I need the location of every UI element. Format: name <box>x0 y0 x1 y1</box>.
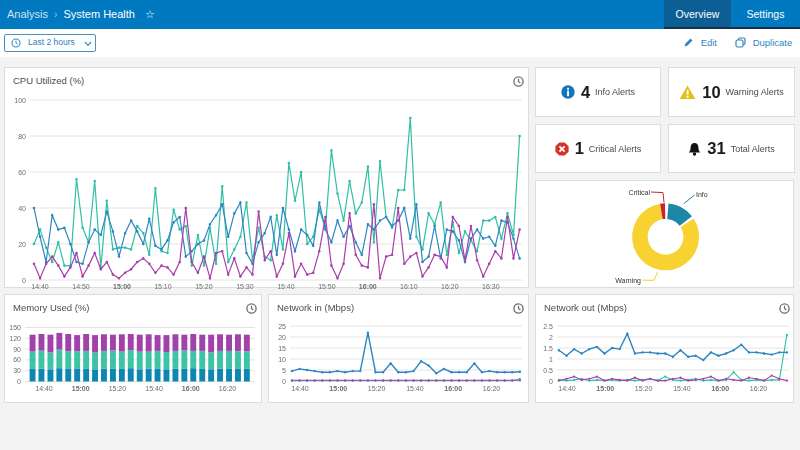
svg-text:15:20: 15:20 <box>109 385 127 392</box>
svg-text:16:20: 16:20 <box>219 385 237 392</box>
svg-text:Critical: Critical <box>629 189 651 196</box>
svg-text:16:20: 16:20 <box>750 385 768 392</box>
svg-text:0: 0 <box>22 277 26 284</box>
svg-text:20: 20 <box>18 241 26 248</box>
svg-text:16:30: 16:30 <box>482 283 500 289</box>
svg-text:15:40: 15:40 <box>145 385 163 392</box>
svg-text:1: 1 <box>549 356 553 363</box>
svg-text:16:10: 16:10 <box>400 283 418 289</box>
svg-text:0: 0 <box>282 378 286 385</box>
svg-text:15:00: 15:00 <box>329 385 347 392</box>
svg-text:15:00: 15:00 <box>596 385 614 392</box>
svg-text:0.5: 0.5 <box>543 367 553 374</box>
svg-text:15:40: 15:40 <box>673 385 691 392</box>
svg-text:14:40: 14:40 <box>31 283 49 289</box>
svg-text:14:40: 14:40 <box>558 385 576 392</box>
svg-text:15: 15 <box>278 345 286 352</box>
svg-text:15:40: 15:40 <box>277 283 295 289</box>
svg-text:16:00: 16:00 <box>444 385 462 392</box>
svg-text:15:20: 15:20 <box>635 385 653 392</box>
svg-text:2.5: 2.5 <box>543 323 553 330</box>
svg-text:60: 60 <box>13 356 21 363</box>
svg-text:80: 80 <box>18 133 26 140</box>
svg-text:20: 20 <box>278 334 286 341</box>
svg-text:25: 25 <box>278 323 286 330</box>
svg-text:15:00: 15:00 <box>113 283 131 289</box>
svg-text:30: 30 <box>13 367 21 374</box>
svg-text:16:00: 16:00 <box>182 385 200 392</box>
svg-text:0: 0 <box>549 378 553 385</box>
svg-text:5: 5 <box>282 367 286 374</box>
svg-text:15:30: 15:30 <box>236 283 254 289</box>
svg-text:100: 100 <box>14 97 26 104</box>
svg-text:Info: Info <box>696 191 708 198</box>
svg-text:1.5: 1.5 <box>543 345 553 352</box>
svg-text:10: 10 <box>278 356 286 363</box>
svg-text:15:20: 15:20 <box>368 385 386 392</box>
svg-text:14:40: 14:40 <box>35 385 53 392</box>
svg-text:14:40: 14:40 <box>291 385 309 392</box>
svg-text:16:20: 16:20 <box>483 385 501 392</box>
svg-text:15:20: 15:20 <box>195 283 213 289</box>
svg-text:16:00: 16:00 <box>711 385 729 392</box>
svg-text:120: 120 <box>9 335 21 342</box>
svg-text:40: 40 <box>18 205 26 212</box>
svg-text:90: 90 <box>13 346 21 353</box>
svg-text:0: 0 <box>17 378 21 385</box>
svg-text:15:10: 15:10 <box>154 283 172 289</box>
svg-text:Warning: Warning <box>615 277 641 285</box>
svg-text:2: 2 <box>549 334 553 341</box>
svg-text:16:20: 16:20 <box>441 283 459 289</box>
svg-text:15:00: 15:00 <box>72 385 90 392</box>
svg-text:60: 60 <box>18 169 26 176</box>
svg-text:16:00: 16:00 <box>359 283 377 289</box>
svg-text:15:50: 15:50 <box>318 283 336 289</box>
svg-text:15:40: 15:40 <box>406 385 424 392</box>
svg-text:14:50: 14:50 <box>72 283 90 289</box>
svg-text:150: 150 <box>9 324 21 331</box>
